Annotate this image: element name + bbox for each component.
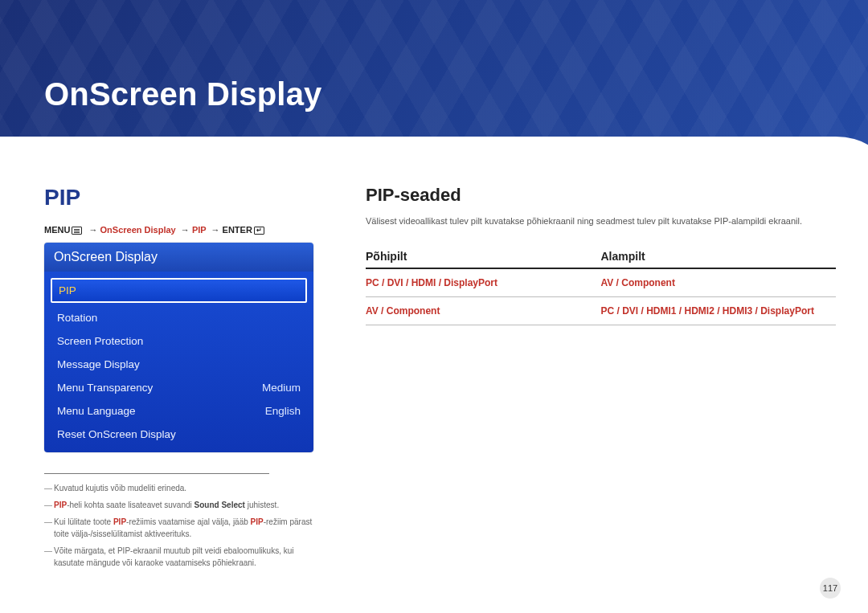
table-row: PC / DVI / HDMI / DisplayPort AV / Compo… bbox=[366, 268, 836, 297]
enter-icon bbox=[254, 227, 264, 235]
osd-item-value: Medium bbox=[262, 382, 301, 394]
page-title: OnScreen Display bbox=[44, 76, 322, 112]
osd-item-label: PIP bbox=[59, 284, 76, 296]
path-seg-2: PIP bbox=[192, 225, 207, 235]
osd-item-menu-transparency[interactable]: Menu Transparency Medium bbox=[51, 376, 307, 399]
path-seg-1: OnScreen Display bbox=[100, 225, 176, 235]
osd-panel: OnScreen Display PIP Rotation Screen Pro… bbox=[44, 243, 313, 452]
osd-item-label: Reset OnScreen Display bbox=[57, 428, 176, 440]
footnote-4: Võite märgata, et PIP-ekraanil muutub pi… bbox=[44, 545, 326, 569]
table-row: AV / Component PC / DVI / HDMI1 / HDMI2 … bbox=[366, 297, 836, 325]
osd-body: PIP Rotation Screen Protection Message D… bbox=[44, 272, 313, 452]
osd-item-menu-language[interactable]: Menu Language English bbox=[51, 399, 307, 423]
table-cell: AV / Component bbox=[366, 297, 601, 325]
pip-settings-table: Põhipilt Alampilt PC / DVI / HDMI / Disp… bbox=[366, 245, 836, 325]
right-column: PIP-seaded Välisest videoallikast tulev … bbox=[366, 185, 836, 574]
table-header-main: Põhipilt bbox=[366, 245, 601, 268]
osd-item-message-display[interactable]: Message Display bbox=[51, 353, 307, 376]
page: OnScreen Display PIP MENU → OnScreen Dis… bbox=[0, 0, 868, 613]
left-column: PIP MENU → OnScreen Display → PIP → ENTE… bbox=[44, 185, 317, 574]
osd-item-value: English bbox=[265, 405, 301, 417]
footnote-1: Kuvatud kujutis võib mudeliti erineda. bbox=[44, 482, 326, 494]
osd-item-screen-protection[interactable]: Screen Protection bbox=[51, 329, 307, 353]
osd-item-label: Rotation bbox=[57, 312, 97, 324]
footnote-2: PIP-heli kohta saate lisateavet suvandi … bbox=[44, 499, 326, 511]
table-cell: AV / Component bbox=[601, 268, 837, 297]
page-number: 117 bbox=[820, 578, 841, 599]
content-area: PIP MENU → OnScreen Display → PIP → ENTE… bbox=[44, 185, 836, 574]
osd-header: OnScreen Display bbox=[44, 243, 313, 272]
table-cell: PC / DVI / HDMI1 / HDMI2 / HDMI3 / Displ… bbox=[601, 297, 837, 325]
menu-icon bbox=[72, 227, 82, 235]
divider bbox=[44, 473, 269, 474]
osd-item-rotation[interactable]: Rotation bbox=[51, 306, 307, 329]
osd-item-label: Message Display bbox=[57, 358, 140, 370]
table-header-sub: Alampilt bbox=[601, 245, 837, 268]
osd-item-reset-osd[interactable]: Reset OnScreen Display bbox=[51, 423, 307, 446]
footnotes: Kuvatud kujutis võib mudeliti erineda. P… bbox=[44, 482, 326, 569]
osd-item-label: Menu Language bbox=[57, 405, 136, 417]
subsection-title: PIP-seaded bbox=[366, 185, 836, 206]
table-cell: PC / DVI / HDMI / DisplayPort bbox=[366, 268, 601, 297]
menu-path: MENU → OnScreen Display → PIP → ENTER bbox=[44, 225, 317, 235]
hero-curve bbox=[0, 137, 868, 161]
hero-banner: OnScreen Display bbox=[0, 0, 868, 161]
section-title-pip: PIP bbox=[44, 185, 317, 210]
path-enter-label: ENTER bbox=[223, 225, 252, 235]
subsection-desc: Välisest videoallikast tulev pilt kuvata… bbox=[366, 215, 836, 227]
path-menu-label: MENU bbox=[44, 225, 70, 235]
osd-item-pip[interactable]: PIP bbox=[51, 278, 307, 303]
osd-item-label: Menu Transparency bbox=[57, 382, 153, 394]
footnote-3: Kui lülitate toote PIP-režiimis vaatamis… bbox=[44, 516, 326, 540]
osd-item-label: Screen Protection bbox=[57, 335, 143, 347]
